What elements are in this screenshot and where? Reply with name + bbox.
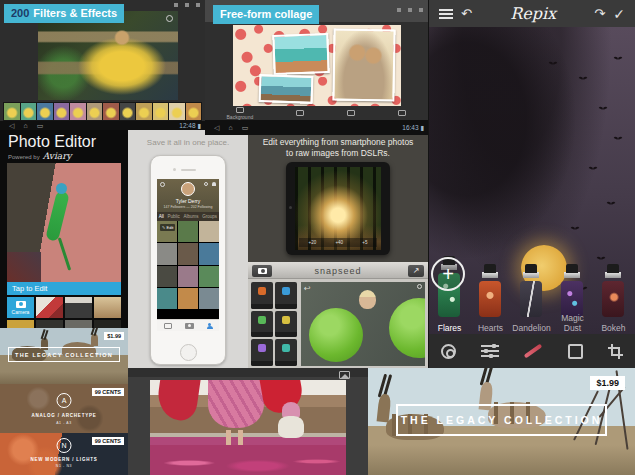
home-icon[interactable]: ⌂	[228, 123, 232, 132]
collage-action-icons[interactable]	[397, 8, 423, 12]
undo-icon[interactable]: ↶	[461, 6, 472, 21]
collage-photo-couple[interactable]	[332, 28, 395, 101]
back-icon[interactable]: ◁	[9, 121, 14, 130]
search-icon[interactable]	[204, 182, 208, 186]
filter-thumb[interactable]	[4, 103, 20, 120]
lizard-photo[interactable]	[7, 163, 121, 282]
store-item-legacy[interactable]: $1.99 THE LEGACY COLLECTION	[0, 328, 128, 384]
photo-thumb[interactable]	[157, 243, 177, 264]
brush-flares[interactable]: + Flares	[429, 243, 470, 335]
back-arrow-icon[interactable]: ↩	[304, 284, 311, 293]
collage-photo-harbor[interactable]	[259, 74, 314, 104]
photo-thumb[interactable]	[65, 297, 92, 318]
collage-canvas[interactable]	[233, 25, 401, 106]
gear-icon[interactable]	[160, 182, 165, 187]
menu-dot-icon	[174, 3, 178, 7]
photo-thumb[interactable]	[199, 266, 219, 287]
brush-magic-dust[interactable]: Magic Dust	[552, 243, 593, 335]
filter-thumb[interactable]	[153, 103, 169, 120]
filter-thumb[interactable]	[103, 103, 119, 120]
bell-icon[interactable]	[212, 182, 216, 186]
profile-icon[interactable]	[207, 323, 213, 329]
photos-icon[interactable]	[164, 323, 172, 329]
menu-icon[interactable]	[439, 7, 453, 21]
filter-thumb[interactable]	[70, 103, 86, 120]
store-item-analog[interactable]: 99 CENTS A ANALOG / ARCHETYPE A1 - A3	[0, 384, 128, 433]
tap-to-edit-button[interactable]: Tap to Edit	[7, 282, 121, 295]
background-tool-button[interactable]: Background	[227, 107, 254, 120]
photo-thumb[interactable]	[7, 320, 34, 328]
tab-albums[interactable]: Albums	[184, 214, 199, 219]
camera-tile-button[interactable]: Camera	[7, 297, 34, 318]
tab-public[interactable]: Public	[168, 214, 180, 219]
filter-tile[interactable]	[251, 282, 273, 309]
filter-thumb[interactable]	[54, 103, 70, 120]
vignette-tool-icon[interactable]	[441, 344, 456, 359]
recents-icon[interactable]: ▭	[242, 123, 249, 132]
collage-badge: Free-form collage	[213, 5, 319, 24]
save-tool-button[interactable]	[398, 110, 406, 117]
filter-thumbnail-strip[interactable]	[3, 102, 202, 121]
adjust-sliders-icon[interactable]	[481, 342, 499, 360]
recents-icon[interactable]: ▭	[37, 121, 44, 130]
filter-tile[interactable]	[275, 282, 297, 309]
photo-thumb[interactable]	[178, 266, 198, 287]
photo-thumb[interactable]	[178, 221, 198, 242]
store-item-new-modern[interactable]: 99 CENTS N NEW MODERN / LIGHTS N1 - N3	[0, 433, 128, 475]
photo-thumb[interactable]	[36, 320, 63, 328]
brush-dandelion[interactable]: Dandelion	[511, 243, 552, 335]
settings-gear-icon[interactable]	[166, 15, 173, 22]
filter-thumb[interactable]	[136, 103, 152, 120]
filter-tile[interactable]	[251, 339, 273, 366]
back-icon[interactable]: ◁	[214, 123, 219, 132]
share-button[interactable]: ↗	[408, 265, 424, 277]
balloon-photo-canvas[interactable]: ↩	[301, 282, 425, 366]
sticker-tool-button[interactable]	[296, 110, 304, 117]
photo-thumb[interactable]	[94, 320, 121, 328]
photo-thumb[interactable]	[178, 288, 198, 309]
gear-icon[interactable]	[417, 284, 422, 289]
add-brush-icon[interactable]: +	[431, 257, 465, 291]
filter-thumb[interactable]	[120, 103, 136, 120]
brush-hearts[interactable]: Hearts	[470, 243, 511, 335]
filter-tile[interactable]	[275, 311, 297, 338]
filters-count-badge: 200Filters & Effects	[4, 4, 124, 23]
filter-thumb[interactable]	[169, 103, 185, 120]
redo-icon[interactable]: ↷	[594, 6, 605, 21]
home-button[interactable]	[180, 344, 197, 361]
brush-label: Flares	[429, 323, 470, 333]
filter-thumb[interactable]	[186, 103, 202, 120]
filter-thumb[interactable]	[87, 103, 103, 120]
filter-tile[interactable]	[251, 311, 273, 338]
avatar[interactable]	[181, 182, 195, 196]
home-icon[interactable]: ⌂	[23, 121, 27, 130]
camera-icon[interactable]	[185, 323, 194, 329]
pink-dress-photo[interactable]	[150, 380, 346, 475]
photo-thumb[interactable]	[94, 297, 121, 318]
photo-thumb[interactable]	[199, 243, 219, 264]
crop-tool-icon[interactable]	[608, 344, 623, 359]
edit-sliders-strip[interactable]: +20 +40 +5	[299, 238, 377, 247]
photo-thumb[interactable]	[178, 243, 198, 264]
edit-button[interactable]: ✎ Edit	[160, 224, 175, 231]
window-action-icons[interactable]	[174, 3, 200, 7]
legacy-collection-panel[interactable]: $1.99 THE LEGACY COLLECTION	[368, 368, 635, 475]
filter-tile[interactable]	[275, 339, 297, 366]
photo-thumb[interactable]	[36, 297, 63, 318]
confirm-check-icon[interactable]: ✓	[613, 6, 625, 22]
filter-thumb[interactable]	[37, 103, 53, 120]
text-tool-button[interactable]	[347, 110, 355, 117]
tab-groups[interactable]: Groups	[202, 214, 217, 219]
frame-tool-icon[interactable]	[568, 344, 583, 359]
photo-thumb[interactable]	[199, 288, 219, 309]
photo-thumb[interactable]	[157, 288, 177, 309]
brush-bokeh[interactable]: Bokeh	[593, 243, 634, 335]
filter-thumb[interactable]	[21, 103, 37, 120]
collage-photo-sea[interactable]	[272, 33, 329, 75]
photo-thumb[interactable]	[199, 221, 219, 242]
photo-thumb[interactable]	[157, 266, 177, 287]
photo-thumb[interactable]	[65, 320, 92, 328]
brush-tool-icon[interactable]	[524, 344, 543, 359]
image-icon[interactable]	[339, 371, 350, 379]
tab-all[interactable]: All	[159, 214, 164, 219]
